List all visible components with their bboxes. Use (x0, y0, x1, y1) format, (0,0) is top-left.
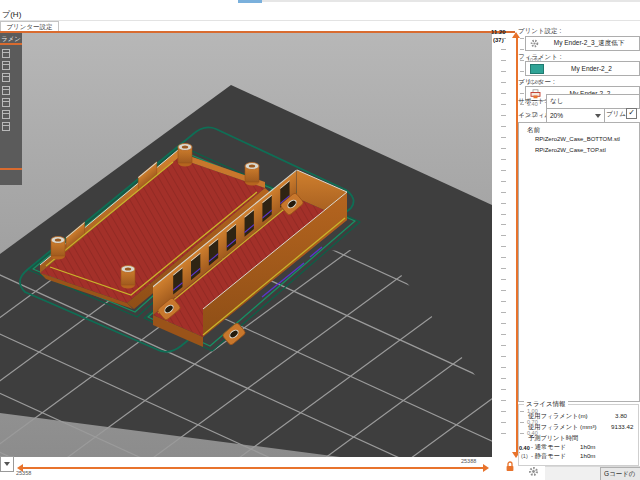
layer-tick (501, 389, 506, 390)
gear-icon (530, 39, 539, 48)
preset-icon (2, 98, 10, 107)
layer-tick (501, 49, 506, 50)
layer-tick (501, 104, 506, 105)
layer-tick (501, 301, 506, 302)
layer-tick (501, 38, 506, 39)
preset-item[interactable] (2, 73, 20, 83)
model-list-header: 名前 (527, 126, 540, 135)
layer-tick (501, 356, 506, 357)
brim-label: ブリム (606, 110, 626, 119)
layer-tick (501, 93, 506, 94)
layer-tick (501, 433, 506, 434)
layer-tick (501, 71, 506, 72)
menu-help[interactable]: プ(H) (2, 9, 21, 20)
filament-used-m-label: 使用フィラメント(m) (528, 412, 588, 421)
infill-combo[interactable]: 20% (546, 108, 605, 123)
normal-mode-value: 1h0m (580, 443, 595, 450)
lock-icon[interactable] (505, 460, 515, 472)
print-time-title: 予測プリント時間 (528, 434, 578, 443)
preset-icon (2, 86, 10, 95)
support-value: なし (547, 97, 639, 106)
layer-tick (501, 214, 506, 215)
infill-value: 20% (547, 112, 595, 119)
layer-slider-max-value: 11.20 (491, 29, 506, 35)
preset-item[interactable] (2, 98, 20, 108)
3d-viewport[interactable] (0, 33, 492, 457)
layer-tick (501, 422, 506, 423)
slice-info-title: スライス情報 (524, 400, 568, 409)
move-slider-track[interactable] (23, 467, 483, 469)
filament-combo[interactable]: My Ender-2_2 (525, 61, 640, 76)
preset-icon (2, 61, 10, 70)
view-mode-combo[interactable] (0, 456, 14, 472)
support-label: サポート: (518, 97, 546, 106)
chevron-down-icon (595, 114, 601, 118)
move-slider-left-value: 25358 (16, 470, 31, 476)
move-slider-right-value: 25388 (461, 458, 476, 464)
preset-item[interactable] (2, 122, 20, 132)
move-slider-right-handle[interactable] (483, 464, 489, 472)
print-settings-combo[interactable]: My Ender-2_3_速度低下 (525, 36, 640, 51)
preset-panel: ラメント (0, 33, 22, 185)
filament-value: My Ender-2_2 (544, 65, 639, 72)
preset-item[interactable] (2, 49, 20, 59)
divider (0, 168, 22, 170)
support-combo[interactable]: なし (546, 94, 640, 109)
layer-tick (501, 159, 506, 160)
print-settings-label: プリント設定 : (518, 27, 561, 36)
layer-tick (501, 192, 506, 193)
layer-tick (501, 323, 506, 324)
preset-item[interactable] (2, 110, 20, 120)
stealth-mode-value: 1h0m (580, 452, 595, 459)
layer-tick (501, 203, 506, 204)
normal-mode-label: - 通常モード (531, 443, 566, 452)
layer-tick (501, 268, 506, 269)
layer-tick (501, 367, 506, 368)
layer-tick (501, 60, 506, 61)
export-gcode-button[interactable]: Gコードの (600, 467, 640, 480)
layer-tick (501, 181, 506, 182)
layer-tick (501, 312, 506, 313)
layer-tick (501, 126, 506, 127)
preset-icon (2, 122, 10, 131)
layer-tick (501, 235, 506, 236)
layer-tick (501, 82, 506, 83)
layer-tick (501, 257, 506, 258)
layer-tick (520, 93, 524, 94)
filament-used-mm3-label: 使用フィラメント (mm³) (528, 423, 597, 432)
filament-color-swatch (530, 64, 544, 74)
menu-bar: プ(H) (0, 3, 640, 20)
layer-tick (501, 137, 506, 138)
layer-tick (501, 290, 506, 291)
stealth-mode-label: - 静音モード (531, 452, 566, 461)
print-settings-value: My Ender-2_3_速度低下 (539, 39, 639, 48)
layer-tick (520, 49, 524, 50)
layer-tick (501, 378, 506, 379)
model-list[interactable]: 名前 RPiZero2W_Case_BOTTOM.stl RPiZero2W_C… (518, 122, 640, 402)
layer-tick (501, 411, 506, 412)
layer-tick (520, 38, 524, 39)
divider (0, 43, 22, 45)
layer-tick (501, 334, 506, 335)
list-item[interactable]: RPiZero2W_Case_TOP.stl (535, 147, 606, 153)
layer-tick (501, 115, 506, 116)
layer-tick (501, 279, 506, 280)
chevron-down-icon (4, 462, 10, 466)
layer-tick (501, 170, 506, 171)
slider-gear-icon[interactable] (528, 466, 539, 477)
slicer-window: プ(H) プリンター設定 ラメント 11.20 (37) 11.2010.901… (0, 0, 640, 480)
preset-icon (2, 110, 10, 119)
preset-item[interactable] (2, 86, 20, 96)
layer-tick (501, 345, 506, 346)
layer-tick (501, 148, 506, 149)
preset-icon (2, 49, 10, 58)
layer-tick (520, 71, 524, 72)
brim-checkbox[interactable]: ✓ (626, 108, 637, 119)
layer-tick (501, 246, 506, 247)
layer-tick (501, 400, 506, 401)
tab-accent-underline (0, 31, 515, 33)
preset-item[interactable] (2, 61, 20, 71)
preset-icon (2, 73, 10, 82)
list-item[interactable]: RPiZero2W_Case_BOTTOM.stl (535, 136, 620, 142)
top-strip-line (262, 0, 640, 2)
